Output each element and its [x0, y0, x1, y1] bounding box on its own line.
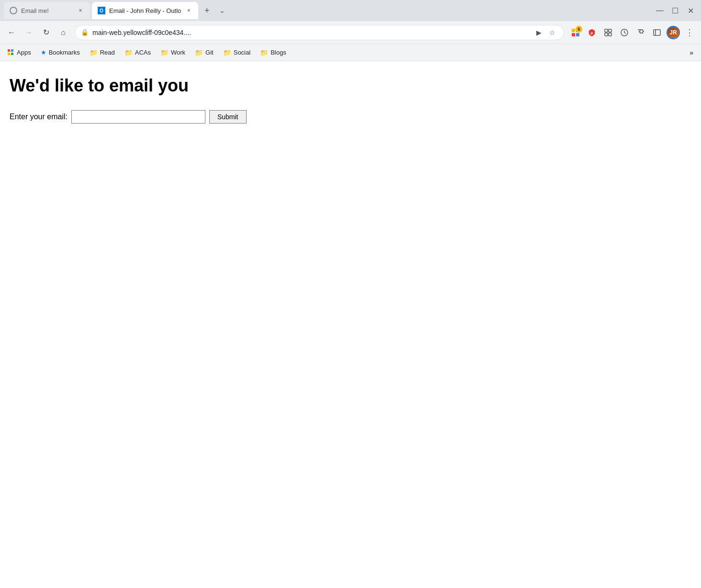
- address-bar[interactable]: 🔒 main-web.yellowcliff-09c0e434.... ▶ ☆: [75, 25, 564, 40]
- folder-icon-work: 📁: [160, 49, 169, 57]
- navigation-bar: ← → ↻ ⌂ 🔒 main-web.yellowcliff-09c0e434.…: [0, 21, 701, 44]
- bookmark-work-label: Work: [171, 49, 185, 56]
- extension-puzzle-button[interactable]: [633, 25, 648, 40]
- svg-rect-6: [609, 29, 611, 32]
- browser-menu-button[interactable]: ⋮: [682, 25, 697, 40]
- svg-rect-8: [609, 33, 611, 36]
- close-button[interactable]: ✕: [684, 4, 697, 17]
- bookmarks-bar: Apps ★ Bookmarks 📁 Read 📁 ACAs 📁 Work 📁 …: [0, 44, 701, 61]
- svg-rect-14: [8, 49, 10, 52]
- grid-icon: [604, 28, 612, 37]
- address-text: main-web.yellowcliff-09c0e434....: [92, 29, 529, 36]
- send-to-phone-icon[interactable]: ▶: [533, 27, 544, 38]
- sidebar-icon: [653, 28, 661, 37]
- maximize-button[interactable]: ☐: [668, 4, 682, 17]
- email-label: Enter your email:: [10, 113, 68, 121]
- sidebar-toggle-button[interactable]: [649, 25, 665, 40]
- more-bookmarks-button[interactable]: »: [686, 47, 697, 58]
- shield-icon: μ: [588, 28, 596, 37]
- tab-list-chevron[interactable]: ⌄: [215, 4, 229, 17]
- folder-icon-read: 📁: [90, 49, 98, 57]
- tab-email-me-close[interactable]: ×: [77, 7, 84, 14]
- svg-rect-17: [11, 53, 13, 55]
- folder-icon-blogs: 📁: [260, 49, 268, 57]
- folder-icon-social: 📁: [223, 49, 231, 57]
- puzzle-icon: [636, 28, 645, 37]
- bookmark-git-label: Git: [205, 49, 214, 56]
- bookmark-read-label: Read: [100, 49, 115, 56]
- extension-clock-button[interactable]: [617, 25, 632, 40]
- svg-rect-15: [11, 49, 13, 52]
- bookmark-blogs-label: Blogs: [271, 49, 286, 56]
- bookmark-social-label: Social: [234, 49, 250, 56]
- back-button[interactable]: ←: [4, 25, 19, 40]
- tab-email-me-title: Email me!: [21, 7, 73, 14]
- bookmark-social[interactable]: 📁 Social: [219, 47, 254, 58]
- folder-icon-git: 📁: [195, 49, 203, 57]
- tab-outlook-close[interactable]: ×: [185, 7, 192, 14]
- svg-rect-3: [576, 33, 579, 36]
- svg-rect-7: [605, 33, 608, 36]
- bookmark-star-icon: ★: [41, 49, 46, 56]
- extension-shield-button[interactable]: μ: [584, 25, 599, 40]
- profile-button[interactable]: JR: [667, 26, 680, 39]
- title-bar: Email me! × O Email - John Reilly - Outl…: [0, 0, 701, 21]
- svg-rect-2: [572, 33, 575, 36]
- page-content: We'd like to email you Enter your email:…: [0, 61, 701, 588]
- svg-rect-5: [605, 29, 608, 32]
- page-heading: We'd like to email you: [10, 76, 691, 96]
- extension-yellow-button[interactable]: 5: [568, 25, 583, 40]
- bookmark-read[interactable]: 📁 Read: [86, 47, 119, 58]
- tab-outlook-title: Email - John Reilly - Outlo: [109, 7, 181, 14]
- submit-button[interactable]: Submit: [209, 110, 247, 124]
- bookmark-apps[interactable]: Apps: [4, 47, 35, 58]
- extension-badge: 5: [576, 26, 582, 33]
- window-controls: — ☐ ✕: [653, 4, 697, 17]
- new-tab-button[interactable]: +: [200, 4, 214, 17]
- svg-line-11: [624, 33, 626, 34]
- bookmark-acas[interactable]: 📁 ACAs: [121, 47, 155, 58]
- bookmark-git[interactable]: 📁 Git: [191, 47, 217, 58]
- svg-rect-16: [8, 53, 10, 55]
- apps-grid-icon: [8, 49, 14, 56]
- minimize-button[interactable]: —: [653, 4, 667, 17]
- tab-email-me[interactable]: Email me! ×: [4, 2, 90, 19]
- toolbar-extensions: 5 μ: [568, 25, 665, 40]
- address-actions: ▶ ☆: [533, 27, 558, 38]
- globe-favicon-icon: [10, 7, 17, 14]
- bookmark-work[interactable]: 📁 Work: [157, 47, 189, 58]
- svg-rect-0: [572, 29, 575, 32]
- forward-button[interactable]: →: [21, 25, 36, 40]
- bookmark-star-icon[interactable]: ☆: [546, 27, 558, 38]
- bookmark-acas-label: ACAs: [135, 49, 151, 56]
- svg-rect-12: [654, 30, 660, 35]
- bookmark-bookmarks[interactable]: ★ Bookmarks: [37, 47, 84, 58]
- tab-outlook[interactable]: O Email - John Reilly - Outlo ×: [92, 2, 198, 19]
- lock-icon: 🔒: [81, 29, 89, 36]
- profile-avatar: JR: [667, 27, 679, 38]
- reload-button[interactable]: ↻: [38, 25, 54, 40]
- bookmark-apps-label: Apps: [17, 49, 31, 56]
- bookmark-bookmarks-label: Bookmarks: [49, 49, 80, 56]
- browser-frame: Email me! × O Email - John Reilly - Outl…: [0, 0, 701, 588]
- email-form: Enter your email: Submit: [10, 110, 691, 124]
- bookmark-blogs[interactable]: 📁 Blogs: [256, 47, 290, 58]
- home-button[interactable]: ⌂: [56, 25, 71, 40]
- folder-icon-acas: 📁: [124, 49, 133, 57]
- email-input[interactable]: [71, 110, 205, 124]
- extension-grid-button[interactable]: [600, 25, 616, 40]
- svg-text:μ: μ: [591, 31, 593, 35]
- clock-icon: [620, 28, 629, 37]
- outlook-favicon-icon: O: [98, 7, 105, 14]
